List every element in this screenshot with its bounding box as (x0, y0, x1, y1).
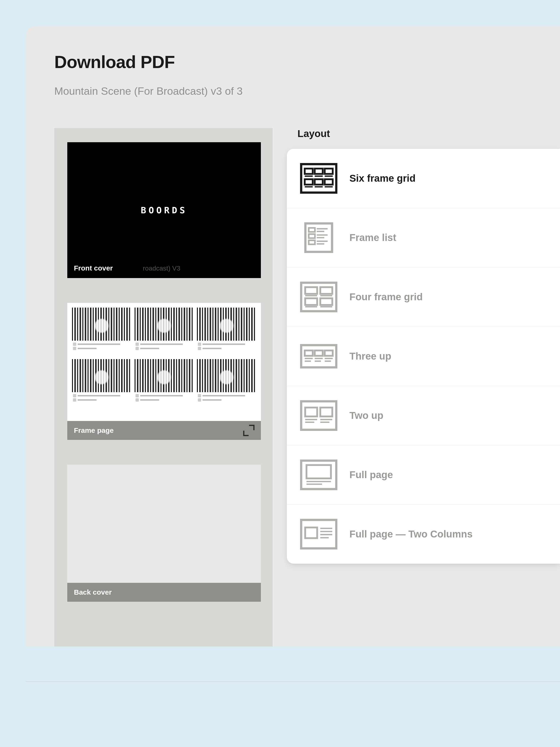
front-cover-thumb: BOORDS Front cover roadcast) V3 (67, 142, 261, 278)
layout-option-label: Full page (349, 469, 393, 481)
content-row: BOORDS Front cover roadcast) V3 (54, 128, 560, 647)
frame-thumb-6 (197, 359, 256, 409)
svg-rect-28 (305, 299, 317, 305)
layout-option-label: Full page — Two Columns (349, 529, 473, 540)
svg-rect-9 (325, 179, 332, 185)
preview-front-cover[interactable]: BOORDS Front cover roadcast) V3 (67, 142, 261, 278)
layout-option-label: Two up (349, 410, 383, 421)
boords-logo: BOORDS (141, 205, 187, 215)
frame-page-label: Frame page (74, 427, 113, 434)
layout-option-label: Four frame grid (349, 291, 423, 303)
layout-option-full-page-two-columns[interactable]: Full page — Two Columns (287, 505, 560, 564)
preview-back-cover[interactable]: Back cover (67, 465, 261, 602)
frame-page-thumb: Frame page (67, 303, 261, 440)
preview-column: BOORDS Front cover roadcast) V3 (54, 128, 273, 647)
svg-rect-14 (309, 228, 315, 232)
back-cover-thumb: Back cover (67, 465, 261, 602)
svg-rect-35 (325, 351, 332, 356)
three-up-icon (300, 340, 338, 373)
layout-option-three-up[interactable]: Three up (287, 327, 560, 386)
svg-rect-7 (305, 179, 313, 185)
frame-page-label-bar: Frame page (67, 421, 261, 440)
full-page-icon (300, 458, 338, 491)
full-page-two-columns-icon (300, 518, 338, 551)
frame-thumb-4 (72, 359, 131, 409)
svg-rect-20 (309, 240, 315, 244)
svg-rect-29 (320, 299, 332, 305)
layout-option-label: Six frame grid (349, 173, 416, 184)
modal-title: Download PDF (54, 52, 560, 72)
horizontal-divider (26, 681, 560, 682)
svg-rect-25 (320, 287, 332, 294)
svg-rect-24 (305, 287, 317, 294)
four-frame-grid-icon (300, 280, 338, 313)
svg-rect-50 (306, 465, 331, 479)
frame-thumb-1 (72, 308, 131, 357)
svg-rect-1 (305, 169, 313, 174)
layout-option-frame-list[interactable]: Frame list (287, 208, 560, 267)
layout-option-label: Three up (349, 351, 391, 362)
layout-options-panel: Six frame grid (287, 149, 560, 564)
svg-rect-8 (315, 179, 323, 185)
front-cover-watermark: roadcast) V3 (143, 265, 180, 272)
layout-column: Layout (287, 128, 560, 647)
preview-frame-page[interactable]: Frame page (67, 303, 261, 440)
svg-rect-54 (305, 527, 317, 538)
download-pdf-modal: Download PDF Mountain Scene (For Broadca… (26, 26, 560, 647)
svg-rect-33 (305, 351, 313, 356)
svg-rect-34 (315, 351, 323, 356)
layout-option-four-frame-grid[interactable]: Four frame grid (287, 267, 560, 327)
expand-icon[interactable] (245, 427, 252, 434)
back-cover-label: Back cover (74, 588, 112, 596)
two-up-icon (300, 399, 338, 432)
frame-thumb-5 (135, 359, 194, 409)
frame-thumb-2 (135, 308, 194, 357)
svg-rect-44 (320, 408, 332, 416)
layout-option-label: Frame list (349, 232, 396, 243)
layout-option-full-page[interactable]: Full page (287, 445, 560, 505)
svg-rect-2 (315, 169, 323, 174)
svg-rect-17 (309, 234, 315, 238)
modal-subtitle: Mountain Scene (For Broadcast) v3 of 3 (54, 85, 560, 97)
six-frame-grid-icon (300, 162, 338, 195)
frame-thumb-3 (197, 308, 256, 357)
frame-list-icon (300, 221, 338, 254)
back-cover-label-bar: Back cover (67, 583, 261, 602)
svg-rect-3 (325, 169, 332, 174)
front-cover-label: Front cover (74, 264, 113, 272)
layout-option-two-up[interactable]: Two up (287, 386, 560, 445)
layout-title: Layout (287, 128, 560, 139)
svg-rect-43 (305, 408, 317, 416)
layout-option-six-frame-grid[interactable]: Six frame grid (287, 149, 560, 208)
